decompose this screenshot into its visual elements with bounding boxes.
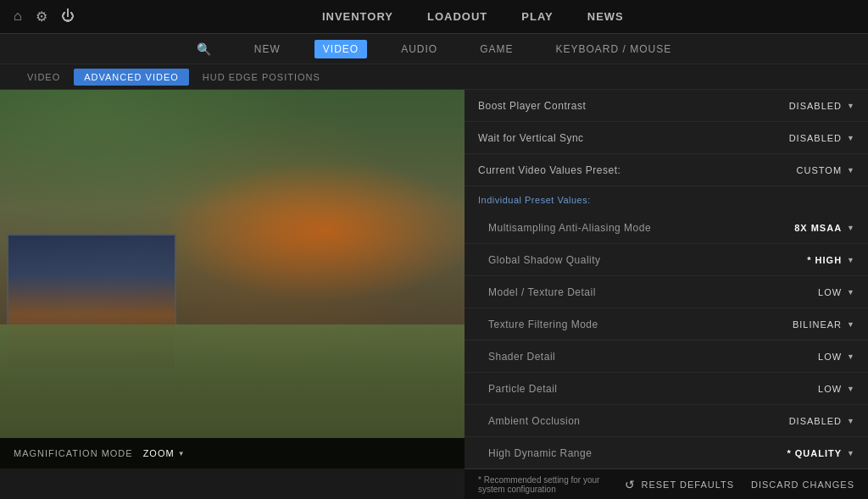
setting-value-text: DISABLED [789,416,842,426]
setting-value-text: LOW [818,384,842,394]
setting-label: Particle Detail [478,383,818,395]
preset-section-header: Individual Preset Values: [465,186,868,212]
chevron-down-icon: ▼ [847,256,854,264]
subnav-audio[interactable]: AUDIO [392,40,446,58]
preset-header-text: Individual Preset Values: [478,195,591,205]
reset-icon: ↺ [625,478,636,491]
setting-value-selector[interactable]: DISABLED▼ [789,416,854,426]
game-screenshot [0,90,465,469]
preset-setting-3[interactable]: Texture Filtering ModeBILINEAR▼ [465,308,868,341]
setting-value-selector[interactable]: DISABLED ▼ [789,133,854,143]
right-panel: Boost Player Contrast DISABLED ▼ Wait fo… [465,90,868,469]
discard-changes-label: DISCARD CHANGES [751,480,854,490]
setting-value-text: DISABLED [789,101,842,111]
power-icon[interactable]: ⏻ [61,8,75,25]
setting-value-text: * QUALITY [787,448,842,458]
top-nav-icons: ⌂ ⚙ ⏻ [14,8,75,25]
preset-setting-0[interactable]: Multisampling Anti-Aliasing Mode8X MSAA▼ [465,212,868,244]
nav-play[interactable]: PLAY [521,10,553,23]
preset-setting-4[interactable]: Shader DetailLOW▼ [465,341,868,373]
main-content: Magnification Mode ZOOM ▼ Boost Player C… [0,90,868,469]
magnification-value-text: ZOOM [143,448,175,458]
preset-setting-7[interactable]: High Dynamic Range* QUALITY▼ [465,437,868,469]
setting-label: Ambient Occlusion [478,415,789,427]
tab-video[interactable]: VIDEO [17,69,70,86]
discard-changes-button[interactable]: DISCARD CHANGES [751,480,854,490]
top-navigation: ⌂ ⚙ ⏻ INVENTORY LOADOUT PLAY NEWS [0,0,868,34]
setting-value-text: * HIGH [807,255,842,265]
subnav-new[interactable]: NEW [246,40,289,58]
setting-value-selector[interactable]: * HIGH▼ [807,255,854,265]
left-panel: Magnification Mode ZOOM ▼ [0,90,465,469]
magnification-value-selector[interactable]: ZOOM ▼ [143,448,186,458]
reset-defaults-label: RESET DEFAULTS [641,480,734,490]
nav-loadout[interactable]: LOADOUT [427,10,487,23]
setting-value-text: LOW [818,287,842,297]
chevron-down-icon: ▼ [847,224,854,232]
setting-label: Model / Texture Detail [478,286,818,298]
chevron-down-icon: ▼ [847,449,854,457]
setting-value-selector[interactable]: DISABLED ▼ [789,101,854,111]
chevron-down-icon: ▼ [847,288,854,297]
setting-value-selector[interactable]: LOW▼ [818,384,854,394]
setting-label: Shader Detail [478,351,818,363]
setting-value-text: DISABLED [789,133,842,143]
setting-value-text: BILINEAR [793,319,842,330]
chevron-down-icon: ▼ [847,166,854,175]
setting-label: High Dynamic Range [478,447,787,459]
setting-value-text: CUSTOM [797,165,842,175]
preset-setting-1[interactable]: Global Shadow Quality* HIGH▼ [465,244,868,276]
preset-setting-5[interactable]: Particle DetailLOW▼ [465,373,868,405]
setting-label: Global Shadow Quality [478,254,807,266]
magnification-label: Magnification Mode [14,448,133,458]
setting-label: Wait for Vertical Sync [478,132,789,144]
magnification-bar: Magnification Mode ZOOM ▼ [0,438,465,469]
setting-label: Current Video Values Preset: [478,164,797,176]
home-icon[interactable]: ⌂ [14,8,22,25]
setting-label: Boost Player Contrast [478,100,789,112]
setting-value-selector[interactable]: LOW▼ [818,287,854,297]
setting-value-selector[interactable]: CUSTOM ▼ [797,165,854,175]
nav-news[interactable]: NEWS [587,10,624,23]
setting-value-text: LOW [818,352,842,362]
chevron-down-icon: ▼ [847,102,854,110]
preset-setting-6[interactable]: Ambient OcclusionDISABLED▼ [465,405,868,437]
bottom-bar: * Recommended setting for your system co… [465,469,868,499]
chevron-down-icon: ▼ [847,417,854,425]
setting-value-selector[interactable]: BILINEAR▼ [793,319,854,330]
setting-value-selector[interactable]: LOW▼ [818,352,854,362]
chevron-down-icon: ▼ [847,134,854,142]
tab-hud-edge[interactable]: HUD EDGE POSITIONS [192,69,331,86]
chevron-down-icon: ▼ [847,385,854,393]
tab-advanced-video[interactable]: ADVANCED VIDEO [74,69,189,86]
setting-value-text: 8X MSAA [794,223,842,233]
preset-setting-2[interactable]: Model / Texture DetailLOW▼ [465,276,868,308]
setting-value-selector[interactable]: * QUALITY▼ [787,448,854,458]
setting-video-preset[interactable]: Current Video Values Preset: CUSTOM ▼ [465,154,868,186]
setting-label: Multisampling Anti-Aliasing Mode [478,222,794,234]
magnification-chevron-icon: ▼ [178,450,186,457]
setting-wait-vertical-sync[interactable]: Wait for Vertical Sync DISABLED ▼ [465,122,868,154]
subnav-game[interactable]: GAME [471,40,521,58]
search-icon[interactable]: 🔍 [188,39,220,59]
tab-row: VIDEO ADVANCED VIDEO HUD EDGE POSITIONS [0,64,868,90]
subnav-keyboard-mouse[interactable]: KEYBOARD / MOUSE [548,40,681,58]
setting-label: Texture Filtering Mode [478,319,793,330]
setting-boost-player-contrast[interactable]: Boost Player Contrast DISABLED ▼ [465,90,868,122]
chevron-down-icon: ▼ [847,352,854,361]
subnav-video[interactable]: VIDEO [314,40,367,58]
reset-defaults-button[interactable]: ↺ RESET DEFAULTS [625,478,734,491]
bottom-hint-text: * Recommended setting for your system co… [478,475,608,494]
settings-icon[interactable]: ⚙ [36,8,47,25]
top-nav-links: INVENTORY LOADOUT PLAY NEWS [92,10,854,23]
sub-navigation: 🔍 NEW VIDEO AUDIO GAME KEYBOARD / MOUSE [0,34,868,64]
nav-inventory[interactable]: INVENTORY [322,10,393,23]
setting-value-selector[interactable]: 8X MSAA▼ [794,223,854,233]
chevron-down-icon: ▼ [847,320,854,329]
